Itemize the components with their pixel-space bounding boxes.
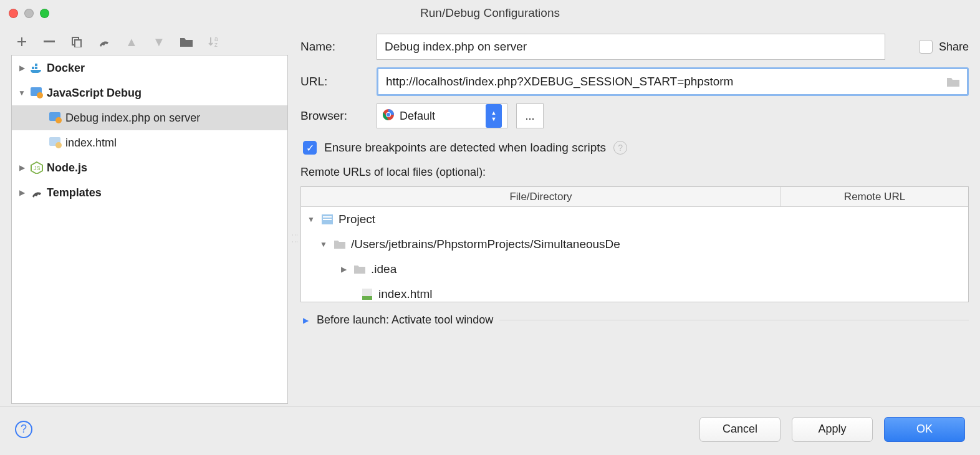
- folder-button[interactable]: +: [180, 35, 193, 49]
- remote-urls-table: File/Directory Remote URL ▼ Project ▼ /U…: [300, 186, 969, 302]
- cancel-button[interactable]: Cancel: [699, 417, 781, 442]
- row-label: /Users/jetbrains/PhpstormProjects/Simult…: [351, 237, 620, 251]
- svg-point-10: [37, 92, 43, 98]
- nodejs-icon: JS: [31, 161, 43, 174]
- project-icon: [321, 213, 334, 226]
- url-input[interactable]: [378, 69, 939, 94]
- svg-rect-7: [35, 67, 37, 69]
- tree-node-jsdebug[interactable]: ▼ JavaScript Debug: [12, 80, 287, 105]
- svg-text:+: +: [190, 41, 193, 47]
- tree-row-project[interactable]: ▼ Project: [301, 207, 968, 232]
- col-remote-url[interactable]: Remote URL: [781, 187, 968, 206]
- chevron-right-icon: ▶: [339, 264, 348, 274]
- jsdebug-item-icon: [49, 112, 62, 124]
- browse-url-button[interactable]: [939, 69, 967, 94]
- tree-row-indexhtml[interactable]: index.html: [301, 282, 968, 302]
- sort-button[interactable]: az: [207, 35, 221, 49]
- browser-select[interactable]: Default ▲▼: [377, 103, 507, 128]
- chevron-right-icon[interactable]: ▶: [300, 315, 310, 325]
- row-label: index.html: [378, 287, 433, 301]
- svg-point-19: [387, 113, 390, 117]
- remote-urls-label: Remote URLs of local files (optional):: [300, 166, 969, 179]
- svg-rect-0: [44, 41, 55, 42]
- tree-label: Debug index.php on server: [65, 112, 200, 125]
- ok-button[interactable]: OK: [884, 417, 965, 442]
- tree-item-debug-index[interactable]: Debug index.php on server: [12, 105, 287, 130]
- svg-rect-22: [323, 219, 332, 220]
- apply-button[interactable]: Apply: [792, 417, 873, 442]
- before-launch-label[interactable]: Before launch: Activate tool window: [317, 314, 493, 327]
- row-label: .idea: [371, 262, 396, 276]
- tree-label: JavaScript Debug: [47, 87, 142, 100]
- chevron-right-icon: ▶: [17, 163, 27, 173]
- browser-options-button[interactable]: ...: [516, 103, 544, 128]
- help-button[interactable]: ?: [15, 421, 32, 438]
- tree-item-index-html[interactable]: index.html: [12, 130, 287, 155]
- tree-label: Docker: [47, 62, 85, 75]
- chevron-right-icon: ▶: [17, 63, 27, 73]
- chevron-right-icon: ▶: [17, 188, 27, 198]
- browser-value: Default: [400, 110, 435, 123]
- breakpoints-checkbox[interactable]: ✓: [303, 141, 317, 155]
- tree-label: Node.js: [47, 161, 87, 175]
- tree-node-templates[interactable]: ▶ Templates: [12, 180, 287, 205]
- html-file-icon: [361, 288, 373, 300]
- share-checkbox[interactable]: [919, 40, 933, 54]
- copy-config-button[interactable]: [70, 35, 84, 49]
- tree-node-nodejs[interactable]: ▶ JS Node.js: [12, 155, 287, 180]
- splitter-grip[interactable]: ⋮⋮: [292, 232, 299, 246]
- move-down-button[interactable]: ▼: [152, 35, 166, 49]
- move-up-button[interactable]: ▲: [125, 35, 138, 49]
- row-label: Project: [339, 213, 375, 226]
- share-label: Share: [939, 41, 969, 54]
- remove-config-button[interactable]: [42, 35, 56, 49]
- docker-icon: [31, 62, 43, 74]
- chrome-icon: [382, 108, 395, 124]
- name-input[interactable]: [377, 34, 885, 60]
- tree-node-docker[interactable]: ▶ Docker: [12, 55, 287, 80]
- help-icon[interactable]: ?: [613, 141, 627, 155]
- config-toolbar: ▲ ▼ + az: [11, 32, 288, 55]
- col-file-directory[interactable]: File/Directory: [301, 187, 781, 206]
- breakpoints-label: Ensure breakpoints are detected when loa…: [324, 141, 606, 155]
- edit-defaults-button[interactable]: [97, 35, 111, 49]
- svg-text:z: z: [214, 41, 218, 48]
- svg-rect-2: [75, 40, 81, 47]
- url-label: URL:: [300, 75, 368, 89]
- select-arrows-icon: ▲▼: [486, 104, 502, 128]
- tree-label: index.html: [65, 136, 117, 150]
- divider: [499, 320, 969, 320]
- config-tree: ▶ Docker ▼ JavaScript Debug Debug index.…: [11, 55, 288, 404]
- name-label: Name:: [300, 40, 368, 54]
- svg-text:JS: JS: [34, 165, 41, 171]
- wrench-icon: [31, 186, 43, 199]
- svg-rect-8: [35, 64, 37, 66]
- svg-rect-6: [32, 67, 34, 69]
- chevron-down-icon: ▼: [319, 239, 329, 249]
- jsdebug-item-icon: [49, 136, 62, 149]
- window-title: Run/Debug Configurations: [0, 6, 980, 20]
- svg-rect-21: [323, 216, 332, 218]
- tree-row-idea[interactable]: ▶ .idea: [301, 257, 968, 282]
- tree-label: Templates: [47, 186, 102, 199]
- chevron-down-icon: ▼: [17, 88, 27, 98]
- folder-icon: [353, 263, 366, 275]
- svg-point-12: [55, 117, 62, 123]
- folder-icon: [334, 238, 346, 251]
- browser-label: Browser:: [300, 109, 368, 123]
- jsdebug-icon: [31, 87, 43, 99]
- add-config-button[interactable]: [15, 35, 29, 49]
- svg-point-14: [55, 142, 62, 148]
- svg-rect-24: [362, 296, 372, 300]
- chevron-down-icon: ▼: [306, 214, 316, 224]
- tree-row-path[interactable]: ▼ /Users/jetbrains/PhpstormProjects/Simu…: [301, 232, 968, 257]
